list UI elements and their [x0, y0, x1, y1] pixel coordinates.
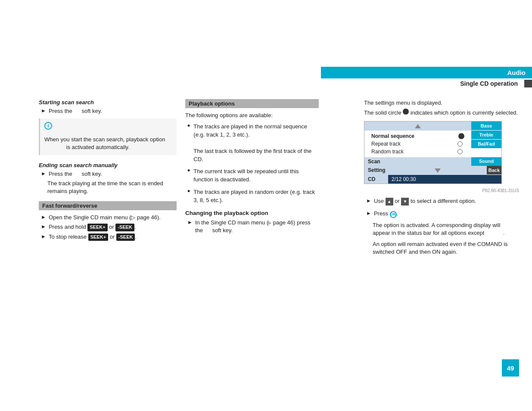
bullet-dot-3: •	[187, 187, 190, 196]
arrow-icon-1: ►	[41, 108, 46, 114]
press-soft-key-1-text: Press the soft key.	[49, 107, 102, 115]
change-playback-title: Changing the playback option	[185, 210, 319, 216]
page-number: 49	[502, 359, 519, 377]
use-arrow-item: ► Use ▲ or ▼ to select a different optio…	[366, 197, 519, 206]
section-ending-scan-title: Ending scan search manually	[39, 162, 177, 168]
ff-item2: ► Press and hold SEEK+ or -SEEK.	[41, 223, 177, 231]
press-soft-key-2-text: Press the soft key.	[49, 170, 102, 178]
arrow-icon-change: ►	[187, 219, 193, 225]
up-arrow-btn[interactable]: ▲	[386, 198, 393, 206]
bullet-item-1: • The tracks are played in the normal se…	[187, 123, 319, 163]
option-activated-text1: The option is activated. A corresponding…	[373, 221, 519, 237]
left-column: Starting scan search ► Press the soft ke…	[39, 99, 177, 243]
arrow-icon-use: ►	[366, 198, 371, 204]
cd-menu-left: Normal sequence Repeat track Random trac…	[364, 131, 471, 157]
cd-menu-top: Normal sequence Repeat track Random trac…	[364, 131, 501, 157]
right-column: The settings menu is displayed. The soli…	[364, 99, 519, 256]
sound-button[interactable]: Sound	[471, 157, 501, 166]
ff-item3-text: To stop release SEEK+ or -SEEK.	[49, 233, 137, 241]
back-button[interactable]: Back	[487, 166, 501, 175]
circle-desc-text: The solid circle indicates which option …	[364, 109, 519, 117]
arrow-icon-5: ►	[41, 234, 46, 240]
header-bar: Audio Single CD operation	[321, 67, 532, 89]
ff-item3: ► To stop release SEEK+ or -SEEK.	[41, 233, 177, 241]
bullet-2-text: The current track will be repeated until…	[193, 168, 319, 184]
cd-menu-screenshot: Bass Normal sequence Repeat track Random…	[364, 121, 502, 184]
normal-sequence-label: Normal sequence	[371, 133, 458, 139]
scan-mid	[388, 157, 471, 166]
seek-plus-kbd-2: SEEK+	[88, 234, 108, 241]
track-playing-text: The track playing at the time the scan i…	[47, 180, 177, 195]
press-soft-key-1-item: ► Press the soft key.	[41, 107, 177, 115]
cd-label: CD	[364, 175, 388, 184]
use-arrow-text: Use ▲ or ▼ to select a different option.	[374, 197, 476, 206]
arrow-icon-4: ►	[41, 224, 46, 230]
info-box: i When you start the scan search, playba…	[39, 118, 177, 155]
option-activated-text2: An option will remain activated even if …	[373, 240, 519, 256]
normal-sequence-row: Normal sequence	[368, 132, 468, 140]
scan-setting-row: Scan Sound	[364, 157, 501, 166]
seek-plus-kbd-1: SEEK+	[87, 224, 107, 231]
bullet-item-2: • The current track will be repeated unt…	[187, 168, 319, 184]
bullet-dot-1: •	[187, 121, 190, 131]
normal-sequence-radio	[458, 133, 464, 139]
bullet-item-3: • The tracks are played in random order …	[187, 188, 319, 205]
fast-forward-bar: Fast forward/reverse	[39, 201, 177, 210]
ff-item1: ► Open the Single CD main menu (▷ page 4…	[41, 214, 177, 221]
middle-column: Playback options The following options a…	[185, 99, 319, 237]
fig-caption: P82.80-4381-31US	[364, 188, 519, 193]
pb-intro-text: The following options are available:	[185, 112, 319, 119]
cd-bottom-row: CD 2/12 00:30	[364, 175, 501, 184]
balfad-button[interactable]: Bal/Fad	[471, 140, 501, 149]
settings-menu-displayed-text: The settings menu is displayed.	[364, 99, 519, 107]
bullet-1-text: The tracks are played in the normal sequ…	[193, 123, 319, 163]
bullet-3-text: The tracks are played in random order (e…	[193, 188, 319, 205]
down-arrow-btn[interactable]: ▼	[401, 198, 409, 206]
subtitle-row: Single CD operation	[321, 78, 532, 89]
ff-item2-text: Press and hold SEEK+ or -SEEK.	[49, 223, 136, 231]
random-track-row: Random track	[368, 148, 468, 156]
random-track-radio	[457, 149, 463, 154]
info-icon: i	[44, 122, 52, 130]
scan-label: Scan	[364, 157, 388, 166]
arrow-icon-ok: ►	[366, 210, 371, 216]
arrow-icon-2: ►	[41, 171, 46, 177]
single-cd-label: Single CD operation	[460, 78, 522, 89]
arrow-icon-3: ►	[41, 214, 46, 220]
cd-time-area: 2/12 00:30	[388, 175, 501, 184]
bass-button[interactable]: Bass	[471, 121, 501, 131]
press-soft-key-2-item: ► Press the soft key.	[41, 170, 177, 178]
ff-item1-text: Open the Single CD main menu (▷ page 46)…	[49, 214, 161, 221]
seek-minus-kbd-1: -SEEK	[115, 224, 134, 231]
playback-options-bar: Playback options	[185, 99, 319, 108]
option-activated-block: The option is activated. A corresponding…	[373, 221, 519, 256]
repeat-track-label: Repeat track	[371, 141, 457, 147]
press-ok-item: ► Press OK.	[366, 210, 519, 218]
change-item-text: In the Single CD main menu (▹ page 46) p…	[195, 219, 319, 234]
audio-title: Audio	[321, 67, 532, 78]
seek-minus-kbd-2: -SEEK	[116, 234, 135, 241]
triangle-up-icon	[415, 124, 421, 128]
press-ok-text: Press OK.	[374, 210, 398, 218]
info-text: When you start the scan search, playback…	[44, 136, 172, 151]
ok-circle-icon: OK	[390, 211, 397, 218]
change-item: ► In the Single CD main menu (▹ page 46)…	[187, 219, 319, 234]
repeat-track-row: Repeat track	[368, 140, 468, 148]
setting-label: Setting	[364, 166, 389, 175]
cd-menu-right-buttons: Treble Bal/Fad	[471, 131, 501, 157]
treble-button[interactable]: Treble	[471, 131, 501, 140]
bullet-dot-2: •	[187, 166, 190, 175]
solid-circle-icon	[403, 109, 409, 115]
triangle-down-icon	[435, 168, 441, 173]
setting-row: Setting Back	[364, 166, 501, 175]
section-starting-scan-title: Starting scan search	[39, 99, 177, 106]
random-track-label: Random track	[371, 149, 457, 155]
single-cd-box	[524, 80, 532, 87]
repeat-track-radio	[457, 141, 463, 146]
setting-mid	[389, 166, 487, 175]
